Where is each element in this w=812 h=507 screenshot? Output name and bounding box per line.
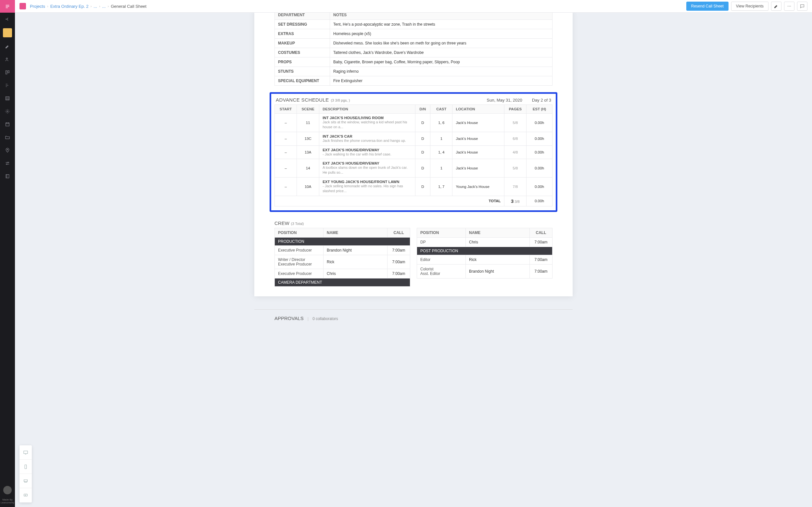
content-scroll[interactable]: DEPARTMENT NOTES SET DRESSINGTent, He's … — [15, 13, 812, 507]
edit-button[interactable] — [771, 2, 781, 11]
notes-cell: Tent, He's a post-apocalyptic war zone, … — [330, 20, 553, 29]
notes-cell: Raging inferno — [330, 67, 553, 76]
col-call: CALL — [388, 228, 410, 237]
svg-point-8 — [6, 164, 7, 165]
schedule-row[interactable]: – 11 INT JACK'S HOUSE/LIVING ROOMJack si… — [275, 114, 553, 132]
advance-title: ADVANCE SCHEDULE — [276, 97, 329, 103]
svg-point-7 — [8, 162, 9, 163]
mobile-preview-icon[interactable] — [19, 460, 32, 474]
crew-row[interactable]: Executive ProducerBrandon Night7:00am — [275, 245, 410, 255]
crew-row[interactable]: ColoristAsst. EditorBrandon Night7:00am — [417, 264, 553, 278]
crew-row[interactable]: Executive ProducerChris7:00am — [275, 269, 410, 278]
notes-cell: Tattered clothes, Jack's Wardrobe, Dave'… — [330, 48, 553, 57]
svg-rect-9 — [6, 175, 9, 178]
col-start: START — [275, 105, 297, 114]
col-loc: LOCATION — [452, 105, 504, 114]
total-pages: 3 3/8 — [504, 196, 526, 206]
dept-cell: STUNTS — [275, 67, 330, 76]
svg-point-10 — [788, 6, 788, 6]
crumb-mid1[interactable]: ... — [94, 4, 97, 9]
col-est: EST (H) — [526, 105, 553, 114]
dept-cell: SET DRESSING — [275, 20, 330, 29]
svg-rect-5 — [6, 123, 9, 126]
approvals-title: APPROVALS — [274, 316, 304, 321]
dept-cell: PROPS — [275, 57, 330, 67]
topbar: Projects › Extra Ordinary Ep. 2 › ... › … — [15, 0, 812, 13]
advance-day: Day 2 of 3 — [532, 98, 551, 103]
gear-icon[interactable] — [0, 105, 15, 118]
back-icon[interactable] — [0, 13, 15, 25]
col-position: POSITION — [417, 228, 466, 237]
crew-title: CREW — [274, 220, 289, 226]
chevron-right-icon: › — [107, 4, 109, 8]
col-notes: NOTES — [330, 13, 553, 20]
comment-button[interactable] — [797, 2, 807, 11]
chat-icon[interactable] — [19, 488, 32, 502]
advance-date: Sun, May 31, 2020 — [487, 98, 522, 103]
crew-row[interactable]: EditorRick7:00am — [417, 255, 553, 264]
notes-cell: Baby, Cigarette, Brown paper bag, Coffee… — [330, 57, 553, 67]
chevron-right-icon: › — [99, 4, 100, 8]
crew-table-right: POSITION NAME CALL DPChris7:00amPOST PRO… — [417, 228, 553, 279]
approvals-sub: 0 collaborators — [312, 317, 338, 321]
col-department: DEPARTMENT — [275, 13, 330, 20]
advance-sub: (3 3/8 pgs, ) — [331, 98, 350, 102]
crew-row[interactable]: Writer / DirectorExecutive ProducerRick7… — [275, 255, 410, 269]
svg-rect-13 — [24, 451, 28, 453]
svg-rect-15 — [24, 494, 28, 496]
crumb-mid2[interactable]: ... — [102, 4, 106, 9]
people-icon[interactable] — [0, 53, 15, 66]
crew-row[interactable]: DPChris7:00am — [417, 237, 553, 247]
col-cast: CAST — [430, 105, 452, 114]
svg-point-4 — [7, 111, 8, 112]
left-rail: Made By Leanometry — [0, 0, 15, 507]
device-preview-panel — [19, 445, 32, 502]
col-desc: DESCRIPTION — [319, 105, 415, 114]
department-table: DEPARTMENT NOTES SET DRESSINGTent, He's … — [274, 13, 553, 86]
crew-section: CAMERA DEPARTMENT — [275, 278, 410, 286]
project-thumb[interactable] — [3, 28, 12, 37]
approvals-bar: APPROVALS | 0 collaborators — [254, 309, 573, 321]
pin-icon[interactable] — [0, 144, 15, 157]
dept-cell: MAKEUP — [275, 39, 330, 48]
inbox-icon[interactable] — [19, 474, 32, 488]
edit-icon[interactable] — [0, 40, 15, 53]
svg-rect-14 — [25, 465, 26, 469]
desktop-preview-icon[interactable] — [19, 445, 32, 460]
schedule-row[interactable]: – 14 EXT JACK'S HOUSE/DRIVEWAYA toolbox … — [275, 159, 553, 177]
app-logo[interactable] — [0, 0, 15, 13]
crumb-project[interactable]: Extra Ordinary Ep. 2 — [50, 4, 89, 9]
schedule-row[interactable]: – 13C INT JACK'S CARJack finishes the ph… — [275, 132, 553, 146]
sliders-icon[interactable] — [0, 157, 15, 170]
notes-cell: Disheveled mess. She looks like she's be… — [330, 39, 553, 48]
folder-icon[interactable] — [0, 131, 15, 144]
notes-cell: Homeless people (x5) — [330, 29, 553, 39]
view-recipients-button[interactable]: View Recipients — [731, 2, 768, 11]
schedule-row[interactable]: – 10A EXT YOUNG JACK'S HOUSE/FRONT LAWN-… — [275, 177, 553, 196]
flow-icon[interactable] — [0, 79, 15, 92]
resend-button[interactable]: Resend Call Sheet — [686, 2, 728, 11]
col-scene: SCENE — [297, 105, 319, 114]
project-badge[interactable] — [19, 3, 26, 9]
col-name: NAME — [466, 228, 530, 237]
calendar-icon[interactable] — [0, 118, 15, 131]
call-sheet: DEPARTMENT NOTES SET DRESSINGTent, He's … — [254, 13, 573, 296]
schedule-row[interactable]: – 13A EXT JACK'S HOUSE/DRIVEWAY- Jack wa… — [275, 146, 553, 159]
user-avatar[interactable] — [3, 486, 12, 494]
chevron-right-icon: › — [47, 4, 48, 8]
crumb-projects[interactable]: Projects — [30, 4, 45, 9]
crumb-current: General Call Sheet — [111, 4, 147, 9]
grid-icon[interactable] — [0, 92, 15, 105]
col-name: NAME — [323, 228, 388, 237]
dept-cell: SPECIAL EQUIPMENT — [275, 76, 330, 86]
crew-sub: (3 Total) — [291, 222, 304, 226]
more-button[interactable] — [784, 2, 795, 11]
notes-cell: Fire Extinguisher — [330, 76, 553, 86]
board-icon[interactable] — [0, 66, 15, 79]
dept-cell: EXTRAS — [275, 29, 330, 39]
svg-rect-1 — [6, 71, 7, 74]
svg-point-12 — [790, 6, 791, 6]
book-icon[interactable] — [0, 170, 15, 183]
schedule-table: START SCENE DESCRIPTION D/N CAST LOCATIO… — [274, 105, 553, 207]
svg-point-6 — [7, 149, 8, 150]
